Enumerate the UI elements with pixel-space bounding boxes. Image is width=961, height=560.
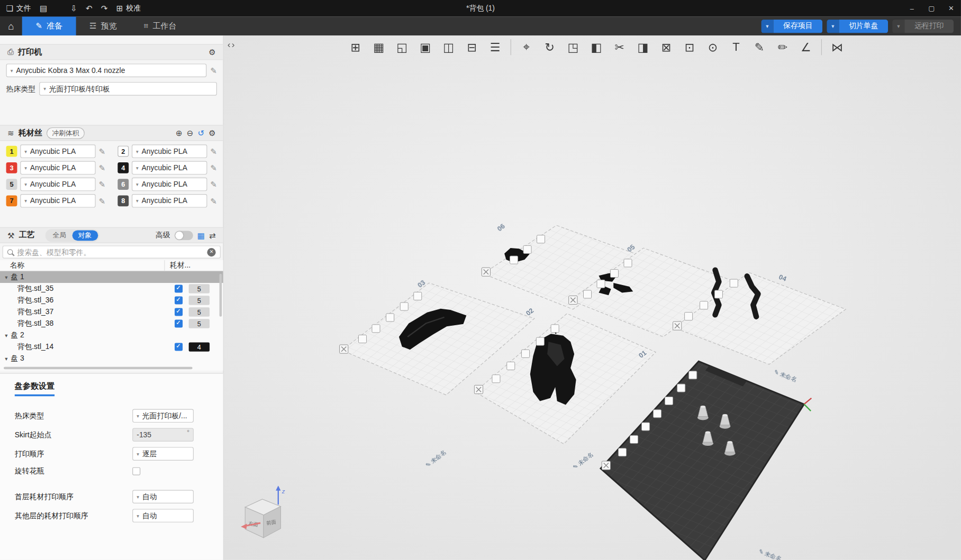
variable-layer-height-icon[interactable]: ☰ <box>486 38 504 57</box>
edit-filament-icon[interactable]: ✎ <box>99 196 106 205</box>
home-tab[interactable]: ⌂ <box>0 16 22 35</box>
tree-row-item[interactable]: 背包.stl_36 5 <box>0 295 223 306</box>
filament-color-badge[interactable]: 8 <box>117 195 129 206</box>
filament-number-badge[interactable]: 5 <box>189 296 210 305</box>
spiral-vase-checkbox[interactable] <box>132 467 140 475</box>
include-checkbox[interactable] <box>175 297 183 305</box>
edit-filament-icon[interactable]: ✎ <box>99 180 106 189</box>
rotate-icon[interactable]: ↻ <box>540 38 559 57</box>
chevron-down-icon[interactable]: ▾ <box>5 332 7 338</box>
compare-params-icon[interactable]: ⇄ <box>209 231 216 240</box>
scope-global-option[interactable]: 全局 <box>47 230 72 241</box>
add-plate-icon[interactable]: ▦ <box>369 38 388 57</box>
split-to-parts-icon[interactable]: ⊟ <box>463 38 481 57</box>
plate-name-tag[interactable]: ✎ 未命名 <box>758 548 783 559</box>
edit-filament-icon[interactable]: ✎ <box>210 146 217 155</box>
undo-icon[interactable]: ↶ <box>86 4 93 12</box>
mirror-icon[interactable]: ◨ <box>633 38 652 57</box>
text-tool-icon[interactable]: T <box>727 38 746 57</box>
plate-action-button[interactable] <box>597 280 605 288</box>
include-checkbox[interactable] <box>175 308 183 316</box>
filament-color-badge[interactable]: 6 <box>117 179 129 190</box>
printer-settings-icon[interactable]: ⚙ <box>208 48 215 57</box>
filament-select[interactable]: ▾Anycubic PLA <box>20 144 96 158</box>
filament-select[interactable]: ▾Anycubic PLA <box>20 161 96 175</box>
filament-select[interactable]: ▾Anycubic PLA <box>20 194 96 207</box>
first-layer-order-select[interactable]: ▾ 自动 <box>132 490 194 503</box>
chevron-down-icon[interactable]: ▾ <box>5 274 7 280</box>
plate-name-tag[interactable]: ✎ 未命名 <box>773 369 798 383</box>
edit-filament-icon[interactable]: ✎ <box>210 196 217 205</box>
tab-prepare[interactable]: ✎ 准备 <box>22 16 76 35</box>
hollow-icon[interactable]: ⊡ <box>680 38 699 57</box>
plate-action-button[interactable] <box>523 245 531 253</box>
filament-number-badge[interactable]: 5 <box>189 284 210 293</box>
plate-action-button[interactable] <box>507 362 515 370</box>
filament-color-badge[interactable]: 7 <box>6 195 17 206</box>
calibrate-menu[interactable]: ⊞ 校准 <box>116 3 141 14</box>
plate-delete-button[interactable] <box>474 385 483 393</box>
cut-icon[interactable]: ✂ <box>610 38 629 57</box>
sidebar-collapse-button[interactable]: ‹› <box>228 39 235 50</box>
chevron-down-icon[interactable]: ▾ <box>5 355 7 362</box>
scene-3d[interactable]: 06 05 <box>224 35 961 559</box>
viewport[interactable]: ‹› ⊞ ▦ ◱ ▣ ◫ ⊟ ☰ ⌖ ↻ ◳ ◧ ✂ ◨ ⊠ ⊡ ⊙ <box>224 35 961 559</box>
edit-filament-icon[interactable]: ✎ <box>210 180 217 189</box>
filament-select[interactable]: ▾Anycubic PLA <box>20 178 96 191</box>
plate-action-button[interactable] <box>536 337 544 345</box>
bed-type-select[interactable]: ▾ 光面打印板/转印板 <box>39 82 217 95</box>
add-model-icon[interactable]: ⊞ <box>346 38 365 57</box>
save-icon[interactable]: ⇩ <box>70 4 77 12</box>
print-order-select[interactable]: ▾ 逐层 <box>132 447 194 460</box>
seam-paint-icon[interactable]: ⊙ <box>703 38 722 57</box>
tab-preview[interactable]: ☲ 预览 <box>76 16 130 35</box>
plate-delete-button[interactable] <box>602 461 610 470</box>
plate-action-button[interactable] <box>700 301 708 309</box>
filament-color-badge[interactable]: 5 <box>6 179 17 190</box>
plate-action-button[interactable] <box>730 279 738 287</box>
color-paint-icon[interactable]: ✎ <box>750 38 769 57</box>
tree-horizontal-scrollbar[interactable] <box>4 367 193 370</box>
edit-filament-icon[interactable]: ✎ <box>210 163 217 172</box>
chevron-down-icon[interactable]: ▾ <box>827 19 839 32</box>
notes-icon[interactable]: ▤ <box>40 4 47 12</box>
plate-action-button[interactable] <box>386 314 394 322</box>
move-icon[interactable]: ⌖ <box>517 38 536 57</box>
filament-color-badge[interactable]: 1 <box>6 146 17 157</box>
tree-row-item[interactable]: 背包.stl_37 5 <box>0 306 223 318</box>
plate-action-button[interactable] <box>619 448 627 456</box>
plate-name-tag[interactable]: ✎ 未命名 <box>572 451 594 471</box>
filament-number-badge[interactable]: 5 <box>189 307 210 316</box>
measure-icon[interactable]: ∠ <box>797 38 815 57</box>
tree-row-item[interactable]: 背包.stl_14 4 <box>0 341 223 353</box>
navigation-cube[interactable]: 左面 前面 z <box>241 485 285 537</box>
auto-orient-icon[interactable]: ◱ <box>393 38 411 57</box>
save-project-button[interactable]: ▾ 保存项目 <box>761 19 822 32</box>
mesh-boolean-icon[interactable]: ⊠ <box>657 38 675 57</box>
plate-name-tag[interactable]: ✎ 未命名 <box>424 449 447 469</box>
flush-volume-button[interactable]: 冲刷体积 <box>47 127 85 139</box>
plate-action-button[interactable] <box>492 375 500 383</box>
param-table-icon[interactable]: ▦ <box>197 231 205 240</box>
include-checkbox[interactable] <box>175 285 183 293</box>
plate-action-button[interactable] <box>642 423 650 430</box>
plate-action-button[interactable] <box>677 384 685 392</box>
tree-row-plate-2[interactable]: ▾ 盘 2 <box>0 329 223 341</box>
plate-action-button[interactable] <box>630 435 638 443</box>
plate-delete-button[interactable] <box>673 322 682 330</box>
clear-search-icon[interactable]: ✕ <box>207 247 215 256</box>
search-input[interactable] <box>17 247 203 256</box>
scope-toggle[interactable]: 全局 对象 <box>45 229 99 242</box>
plate-action-button[interactable] <box>654 410 661 418</box>
filament-number-badge[interactable]: 4 <box>189 342 210 351</box>
tree-vertical-scrollbar[interactable] <box>220 274 222 317</box>
arrange-icon[interactable]: ▣ <box>416 38 434 57</box>
build-plate-01[interactable] <box>601 361 804 559</box>
tree-row-item[interactable]: 背包.stl_35 5 <box>0 283 223 295</box>
filament-number-badge[interactable]: 5 <box>189 319 210 328</box>
scale-icon[interactable]: ◳ <box>564 38 582 57</box>
place-on-face-icon[interactable]: ◧ <box>587 38 605 57</box>
plate-action-button[interactable] <box>610 270 618 278</box>
plate-action-button[interactable] <box>685 313 693 320</box>
plate-delete-button[interactable] <box>482 268 490 276</box>
